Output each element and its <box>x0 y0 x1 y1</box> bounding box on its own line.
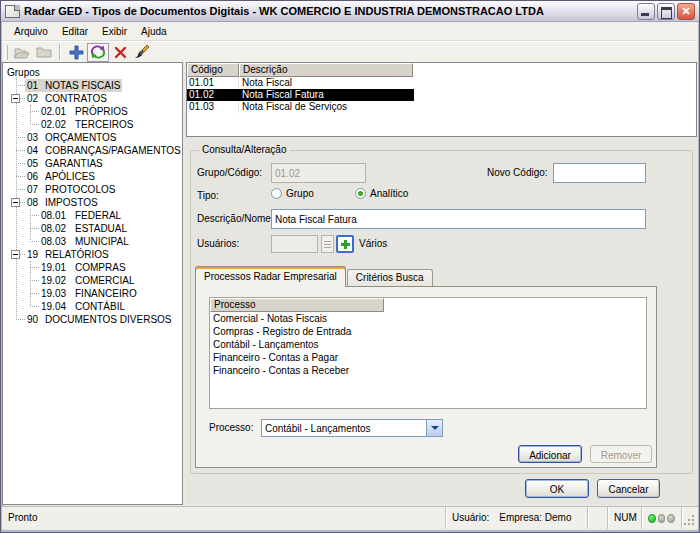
closed-folder-icon[interactable] <box>33 43 55 62</box>
table-header: Código Descrição <box>187 63 696 77</box>
tree-item[interactable]: 03 ORÇAMENTOS <box>3 131 182 144</box>
radio-icon[interactable] <box>355 188 366 199</box>
tree-item-label: NOTAS FISCAIS <box>45 79 120 92</box>
open-folder-icon[interactable] <box>11 43 33 62</box>
column-header-descricao[interactable]: Descrição <box>239 63 413 77</box>
processo-select[interactable]: Contábil - Lançamentos <box>261 419 443 437</box>
novo-codigo-field[interactable] <box>553 163 646 183</box>
tab[interactable]: Processos Radar Empresarial <box>195 266 346 287</box>
menu-item[interactable]: Editar <box>55 24 95 39</box>
processos-tab-panel: Processo Comercial - Notas Fiscais Compr… <box>195 286 657 468</box>
tab[interactable]: Critérios Busca <box>347 269 433 286</box>
radio-icon[interactable] <box>271 188 282 199</box>
tree-item[interactable]: 05 GARANTIAS <box>3 157 182 170</box>
grupo-codigo-field <box>271 163 366 183</box>
cell-descricao: Nota Fiscal Fatura <box>239 89 324 101</box>
tree-item[interactable]: 08.02 ESTADUAL <box>3 222 182 235</box>
novo-codigo-label: Novo Código: <box>487 163 549 183</box>
tree-item-label: APÓLICES <box>45 170 95 183</box>
tipo-radio-option[interactable]: Analítico <box>355 188 439 199</box>
cancelar-button[interactable]: Cancelar <box>597 479 660 498</box>
tree-item[interactable]: 08 IMPOSTOS <box>3 196 182 209</box>
tree-expander-icon[interactable] <box>11 250 20 259</box>
tree-item-code: 05 <box>27 157 45 170</box>
cell-descricao: Nota Fiscal de Serviços <box>239 101 347 113</box>
table-row[interactable]: 01.02 Nota Fiscal Fatura <box>187 89 414 101</box>
processo-list-item[interactable]: Financeiro - Contas a Pagar <box>210 351 646 364</box>
tree-item[interactable]: 19.01 COMPRAS <box>3 261 182 274</box>
cell-codigo: 01.02 <box>187 89 239 101</box>
processo-list-item[interactable]: Financeiro - Contas a Receber <box>210 364 646 377</box>
tree-item[interactable]: 07 PROTOCOLOS <box>3 183 182 196</box>
menu-item[interactable]: Arquivo <box>7 24 55 39</box>
resize-grip[interactable] <box>682 507 698 529</box>
minimize-button[interactable] <box>637 3 655 20</box>
tree-item-code: 19 <box>27 248 45 261</box>
tree-item-label: FEDERAL <box>75 209 121 222</box>
table-row[interactable]: 01.03 Nota Fiscal de Serviços <box>187 101 696 113</box>
usuarios-list-icon[interactable] <box>321 235 334 253</box>
processo-list-item[interactable]: Compras - Registro de Entrada <box>210 325 646 338</box>
menu-item[interactable]: Ajuda <box>134 24 174 39</box>
tree-item-code: 02.01 <box>41 105 75 118</box>
usuarios-add-icon[interactable] <box>336 235 354 253</box>
tipo-radio-group: Grupo Analítico <box>271 188 439 199</box>
column-header-codigo[interactable]: Código <box>187 63 239 77</box>
delete-icon[interactable] <box>109 43 131 62</box>
tree-item-code: 03 <box>27 131 45 144</box>
toolbar-grip[interactable] <box>5 45 8 60</box>
num-lock-indicator: NUM <box>608 507 642 529</box>
tree-root-label[interactable]: Grupos <box>7 66 40 79</box>
tree-item-code: 19.01 <box>41 261 75 274</box>
tree-item[interactable]: 02 CONTRATOS <box>3 92 182 105</box>
clean-brush-icon[interactable] <box>131 43 153 62</box>
processo-list-item[interactable]: Comercial - Notas Fiscais <box>210 312 646 325</box>
processo-list-header[interactable]: Processo <box>210 298 384 312</box>
maximize-button[interactable] <box>657 3 675 20</box>
tree-item[interactable]: 19 RELATÓRIOS <box>3 248 182 261</box>
tree-item-code: 19.02 <box>41 274 75 287</box>
tree-item[interactable]: 19.04 CONTÁBIL <box>3 300 182 313</box>
close-button[interactable] <box>677 3 695 20</box>
tree-item-label: ESTADUAL <box>75 222 127 235</box>
add-icon[interactable] <box>65 43 87 62</box>
tree-item[interactable]: 02.01 PRÓPRIOS <box>3 105 182 118</box>
descricao-label: Descrição/Nome: <box>197 209 274 229</box>
tree-item-label: COBRANÇAS/PAGAMENTOS <box>45 144 181 157</box>
tree-item-code: 04 <box>27 144 45 157</box>
tree-item[interactable]: 08.03 MUNICIPAL <box>3 235 182 248</box>
processo-label: Processo: <box>209 419 253 437</box>
tree-item[interactable]: 90 DOCUMENTOS DIVERSOS <box>3 313 182 326</box>
ok-button[interactable]: OK <box>525 479 589 498</box>
menu-item[interactable]: Exibir <box>95 24 134 39</box>
tipo-radio-option[interactable]: Grupo <box>271 188 355 199</box>
tree-item[interactable]: 02.02 TERCEIROS <box>3 118 182 131</box>
tree-expander-icon[interactable] <box>11 198 20 207</box>
descricao-field[interactable] <box>271 209 646 229</box>
adicionar-button[interactable]: Adicionar <box>518 445 582 463</box>
tab-bar: Processos Radar Empresarial Critérios Bu… <box>195 265 433 286</box>
tree-item[interactable]: 19.03 FINANCEIRO <box>3 287 182 300</box>
tree-item-label: PROTOCOLOS <box>45 183 115 196</box>
tree-item[interactable]: 19.02 COMERCIAL <box>3 274 182 287</box>
tree-item[interactable]: 01 NOTAS FISCAIS <box>3 79 182 92</box>
chevron-down-icon[interactable] <box>426 420 442 436</box>
processo-list-item[interactable]: Contábil - Lançamentos <box>210 338 646 351</box>
tree-expander-icon[interactable] <box>11 94 20 103</box>
tree-item-code: 06 <box>27 170 45 183</box>
tree-item[interactable]: 04 COBRANÇAS/PAGAMENTOS <box>3 144 182 157</box>
tree-item-code: 08 <box>27 196 45 209</box>
tree-item-code: 01 <box>27 79 45 92</box>
tree-item[interactable]: 08.01 FEDERAL <box>3 209 182 222</box>
table-row[interactable]: 01.01 Nota Fiscal <box>187 77 696 89</box>
cell-descricao: Nota Fiscal <box>239 77 292 89</box>
window-title: Radar GED - Tipos de Documentos Digitais… <box>24 5 637 17</box>
grupo-codigo-label: Grupo/Código: <box>197 163 262 183</box>
tree-item-label: TERCEIROS <box>75 118 133 131</box>
tipo-label: Tipo: <box>197 189 219 203</box>
refresh-icon[interactable] <box>87 43 109 62</box>
tree-item[interactable]: 06 APÓLICES <box>3 170 182 183</box>
status-leds <box>642 507 682 529</box>
tree-item-label: GARANTIAS <box>45 157 103 170</box>
cell-codigo: 01.01 <box>187 77 239 89</box>
